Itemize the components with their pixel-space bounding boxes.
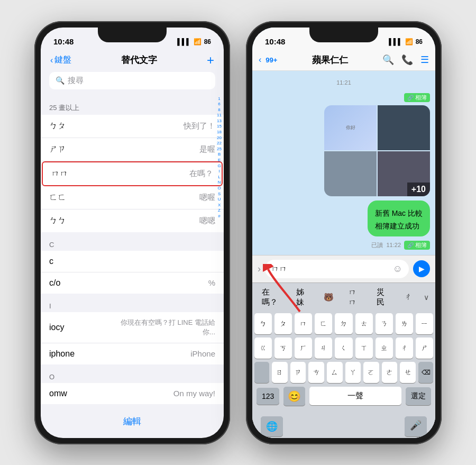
autocomplete-expand-icon[interactable]: ∨ [424,293,429,302]
search-bar[interactable]: 🔍 搜尋 [49,72,215,89]
image-4: +10 [378,151,430,196]
search-icon[interactable]: 🔍 [382,54,394,66]
image-1: 你好 [324,105,377,150]
chevron-left-icon: ‹ [50,56,53,65]
list-item[interactable]: ㄅㄆ 快到了！ [41,115,224,138]
key-ke[interactable]: ㄎ [274,338,292,359]
list-item[interactable]: ㄈㄈ 嗯喔 [41,186,224,209]
key-he[interactable]: ㄏ [295,338,312,359]
autocomplete-item-4[interactable]: ㄇㄇ [345,286,364,308]
key-le[interactable]: ㄌ [396,313,413,334]
key-bo[interactable]: ㄅ [254,313,272,334]
section-i-items: iocy 你現在有空嗎？打 LINE 電話給你... iphone iPhone [41,312,224,364]
autocomplete-item-3[interactable]: 🐻 [321,291,337,303]
image-3 [324,151,377,196]
chat-action-icons: 🔍 📞 ☰ [382,54,429,66]
key-si[interactable]: ㄙ [327,362,343,383]
key-globe[interactable]: 🌐 [261,416,283,436]
edit-button[interactable]: 編輯 [123,416,141,426]
timestamp-2: 11:22 [386,242,401,248]
shortcut-text: c [49,257,53,266]
shortcut-text: iphone [49,349,75,359]
battery-icon: 86 [204,38,211,45]
image-message: 🔗 相簿 你好 +10 [324,93,430,196]
replacement-text: 是喔 [199,144,215,154]
section-c-items: c c/o % [41,251,224,294]
expand-icon[interactable]: › [258,263,261,275]
key-ne[interactable]: ㄋ [376,313,393,334]
key-o[interactable]: ㄛ [363,362,379,383]
input-row: › ㄇㄇ ☺ ▶ [252,256,435,282]
key-te[interactable]: ㄊ [355,313,373,334]
autocomplete-item-2[interactable]: 姊妹 [293,286,312,308]
key-emoji[interactable]: 😊 [283,387,305,406]
shortcut-text: ㄕㄗ [49,144,66,155]
image-grid: 你好 +10 [324,105,430,196]
autocomplete-item-6[interactable]: ㄔ [401,291,415,303]
keyboard-bottom-row: 123 😊 一聲 選定 [252,385,435,414]
key-e[interactable]: ㄜ [382,362,398,383]
search-placeholder: 搜尋 [68,76,84,86]
key-ji[interactable]: ㄐ [315,338,332,359]
key-shi[interactable]: ㄕ [416,338,433,359]
key-po[interactable]: ㄆ [274,313,292,334]
list-item[interactable]: ㄅㄅ 嗯嗯 [41,209,224,232]
list-item[interactable]: ㄕㄗ 是喔 [41,138,224,161]
list-item[interactable]: omw On my way! [41,383,224,404]
album-badge: 🔗 相簿 [404,241,430,250]
key-ci[interactable]: ㄘ [308,362,324,383]
key-yi[interactable]: ㄧ [416,313,433,334]
key-fo[interactable]: ㄈ [315,313,332,334]
keyboard-row-1: ㄅ ㄆ ㄇ ㄈ ㄉ ㄊ ㄋ ㄌ ㄧ [252,312,435,336]
key-zi[interactable]: ㄗ [290,362,306,383]
chat-nav-bar: ‹ 99+ 蘋果仁仁 🔍 📞 ☰ [252,51,435,71]
replacement-text: On my way! [173,389,215,398]
chat-back-button[interactable]: ‹ [259,55,261,65]
key-mo[interactable]: ㄇ [295,313,312,334]
chat-messages: 11:21 🔗 相簿 你好 [252,71,435,255]
key-mic[interactable]: 🎤 [405,416,427,436]
section-header-c: C [41,232,224,251]
key-eh[interactable]: ㄝ [400,362,416,383]
key-123[interactable]: 123 [257,388,279,405]
right-screen: 10:48 ▌▌▌ 📶 86 ‹ 99+ 蘋果仁仁 🔍 📞 ☰ [252,28,435,438]
signal-icon: ▌▌▌ [389,38,402,45]
autocomplete-item-1[interactable]: 在嗎？ [259,286,285,308]
list-item[interactable]: iocy 你現在有空嗎？打 LINE 電話給你... [41,312,224,343]
autocomplete-item-5[interactable]: 災民 [373,286,392,308]
right-phone: 10:48 ▌▌▌ 📶 86 ‹ 99+ 蘋果仁仁 🔍 📞 ☰ [246,21,442,444]
replacement-text: iPhone [190,349,215,358]
list-item-iphone[interactable]: iphone iPhone [41,343,224,364]
key-a[interactable]: ㄚ [345,362,361,383]
key-xi[interactable]: ㄒ [355,338,373,359]
key-shift[interactable] [254,362,269,383]
section-header-i: I [41,294,224,312]
section-o-items: omw On my way! [41,383,224,404]
key-chi[interactable]: ㄔ [396,338,413,359]
key-zhi[interactable]: ㄓ [376,338,393,359]
emoji-icon[interactable]: ☺ [393,263,402,275]
back-button[interactable]: ‹ 鍵盤 [50,54,71,66]
add-button[interactable]: + [207,54,214,67]
key-ge[interactable]: ㄍ [254,338,272,359]
key-de[interactable]: ㄉ [335,313,352,334]
key-delete[interactable]: ⌫ [418,362,433,383]
keyboard-global-row: 🌐 🎤 [252,414,435,438]
key-qi[interactable]: ㄑ [335,338,352,359]
send-button[interactable]: ▶ [413,260,430,277]
key-space[interactable]: 一聲 [309,387,401,405]
keyboard-row-2: ㄍ ㄎ ㄏ ㄐ ㄑ ㄒ ㄓ ㄔ ㄕ [252,336,435,360]
keyboard-row-3: ㄖ ㄗ ㄘ ㄙ ㄚ ㄛ ㄜ ㄝ ⌫ [252,360,435,385]
phone-icon[interactable]: 📞 [401,54,413,66]
timestamp-1: 11:21 [258,79,430,86]
key-confirm[interactable]: 選定 [406,387,431,405]
list-item[interactable]: c [41,251,224,272]
right-notch [309,28,378,42]
message-input[interactable]: ㄇㄇ ☺ [265,260,409,278]
list-item[interactable]: c/o % [41,272,224,294]
wifi-icon: 📶 [194,38,202,45]
key-ri[interactable]: ㄖ [272,362,288,383]
back-label: 鍵盤 [54,54,71,66]
list-item-highlighted[interactable]: ㄇㄇ 在嗎？ [42,161,223,186]
menu-icon[interactable]: ☰ [420,54,429,66]
